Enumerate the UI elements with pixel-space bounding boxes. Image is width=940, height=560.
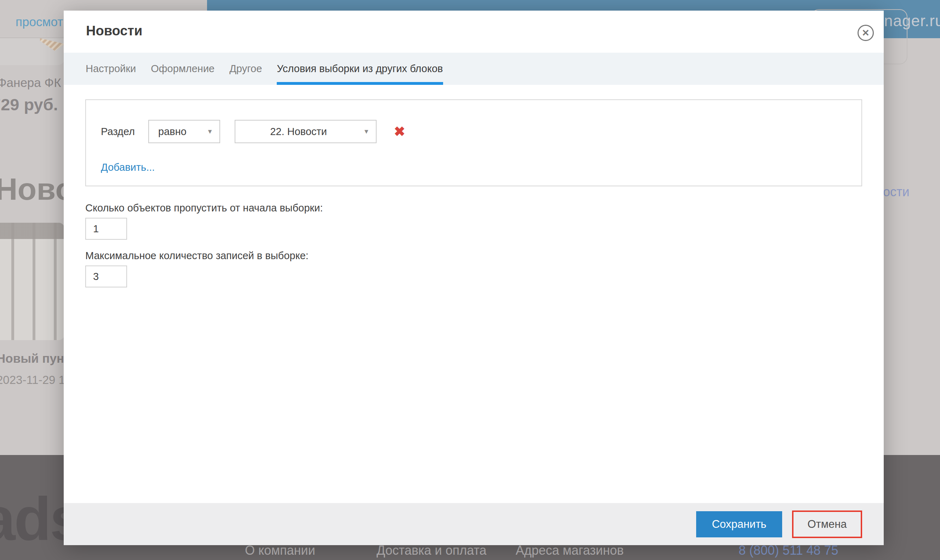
modal-tab-bar: Настройки Оформление Другое Условия выбо… xyxy=(64,53,884,85)
footer-phone: 8 (800) 511 48 75 xyxy=(739,543,838,558)
chevron-down-icon: ▼ xyxy=(207,128,213,135)
modal-footer: Сохранить Отмена xyxy=(64,503,884,545)
add-condition-link[interactable]: Добавить... xyxy=(101,162,155,173)
page-all-news-link-fragment: ости xyxy=(883,185,909,199)
news-card-date: 2023-11-29 1 xyxy=(0,373,65,387)
cancel-button[interactable]: Отмена xyxy=(792,511,862,538)
remove-condition-icon[interactable]: ✖ xyxy=(394,125,405,138)
modal-title: Новости xyxy=(86,23,142,38)
news-settings-modal: Новости ✕ Настройки Оформление Другое Ус… xyxy=(64,11,884,545)
tab-settings[interactable]: Настройки xyxy=(86,53,136,85)
modal-body: Раздел равно ▼ 22. Новости ▼ ✖ Добавить.… xyxy=(64,99,884,288)
news-card-photo xyxy=(0,223,65,340)
tab-appearance[interactable]: Оформление xyxy=(151,53,215,85)
close-icon[interactable]: ✕ xyxy=(858,25,874,41)
condition-operator-select[interactable]: равно ▼ xyxy=(148,120,220,143)
tab-selection-conditions[interactable]: Условия выборки из других блоков xyxy=(277,53,443,85)
footer-link-delivery: Доставка и оплата xyxy=(377,543,487,558)
condition-operator-value: равно xyxy=(158,126,187,137)
save-button[interactable]: Сохранить xyxy=(696,511,782,537)
filter-condition-row: Раздел равно ▼ 22. Новости ▼ ✖ xyxy=(101,120,861,143)
filter-conditions-panel: Раздел равно ▼ 22. Новости ▼ ✖ Добавить.… xyxy=(85,99,862,186)
page-top-link: просмот xyxy=(15,15,63,29)
condition-value-text: 22. Новости xyxy=(270,126,327,137)
max-records-label: Максимальное количество записей в выборк… xyxy=(85,250,862,262)
condition-field-label: Раздел xyxy=(101,126,148,137)
footer-link-about: О компании xyxy=(245,543,315,558)
product-price: 729 руб. xyxy=(0,95,58,114)
condition-value-select[interactable]: 22. Новости ▼ xyxy=(235,120,377,143)
close-glyph: ✕ xyxy=(862,28,870,37)
skip-count-input[interactable] xyxy=(85,218,127,240)
skip-count-label: Сколько объектов пропустить от начала вы… xyxy=(85,202,862,214)
modal-header: Новости ✕ xyxy=(64,11,884,53)
tab-other[interactable]: Другое xyxy=(229,53,262,85)
footer-link-stores: Адреса магазинов xyxy=(516,543,624,558)
max-records-input[interactable] xyxy=(85,266,127,288)
product-title: Фанера ФК xyxy=(0,75,61,90)
chevron-down-icon: ▼ xyxy=(363,128,369,135)
